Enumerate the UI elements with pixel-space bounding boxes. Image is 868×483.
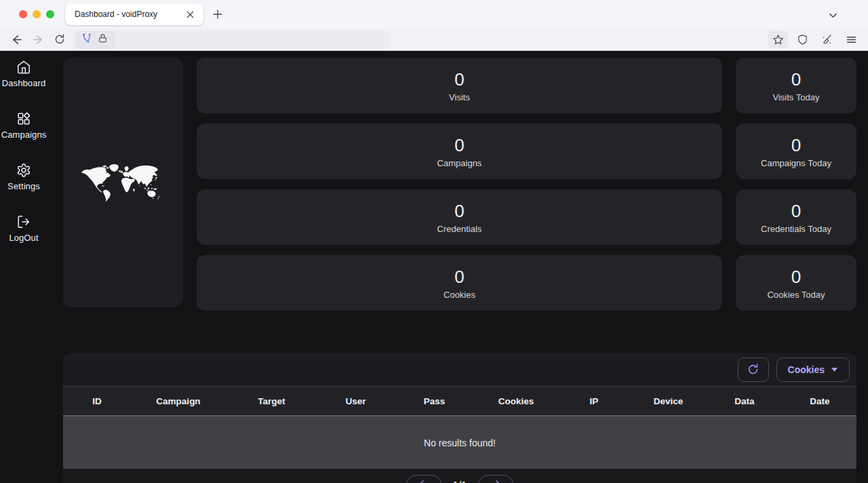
sidebar-item-settings[interactable]: Settings — [7, 163, 40, 191]
column-header-campaign: Campaign — [131, 396, 226, 406]
stat-label: Cookies — [443, 290, 475, 300]
stat-value: 0 — [454, 135, 464, 156]
stats-column-right: 0 Visits Today 0 Campaigns Today 0 Crede… — [736, 58, 856, 341]
world-map — [81, 73, 165, 292]
results-panel: Cookies ID Campaign Target User Pass Coo… — [63, 353, 856, 483]
dropdown-selected-value: Cookies — [788, 364, 825, 375]
column-header-target: Target — [226, 396, 317, 406]
browser-window: Dashboard - voidProxy — [0, 0, 868, 483]
column-header-pass: Pass — [394, 396, 475, 406]
stat-value: 0 — [454, 69, 464, 90]
column-header-data: Data — [706, 396, 783, 406]
tab-close-icon[interactable] — [183, 7, 197, 21]
empty-state-message: No results found! — [63, 417, 856, 469]
refresh-button[interactable] — [738, 358, 769, 382]
stat-label: Credentials — [437, 224, 482, 234]
column-header-device: Device — [631, 396, 706, 406]
browser-toolbar — [0, 28, 868, 51]
stat-card-cookies: 0 Cookies — [197, 255, 722, 311]
stat-label: Visits Today — [773, 92, 820, 102]
stat-label: Cookies Today — [767, 290, 825, 300]
sidebar-item-label: LogOut — [9, 233, 38, 243]
arrow-left-icon — [418, 480, 430, 483]
address-input[interactable] — [115, 31, 391, 49]
menu-hamburger-icon[interactable] — [841, 31, 861, 48]
world-map-panel — [63, 58, 183, 307]
traffic-lights — [19, 10, 54, 18]
stat-value: 0 — [791, 69, 801, 90]
arrow-right-icon — [490, 480, 502, 483]
stat-card-credentials-today: 0 Credentials Today — [736, 189, 856, 245]
gear-icon — [16, 163, 31, 178]
stat-value: 0 — [454, 267, 464, 288]
minimize-window-button[interactable] — [33, 10, 41, 18]
extension-icon[interactable] — [81, 33, 92, 46]
next-page-button[interactable] — [478, 475, 513, 483]
site-identity — [75, 31, 115, 49]
stat-card-visits-today: 0 Visits Today — [736, 58, 856, 113]
close-window-button[interactable] — [19, 10, 27, 18]
stat-value: 0 — [791, 135, 801, 156]
stat-card-visits: 0 Visits — [197, 58, 722, 113]
column-header-cookies: Cookies — [475, 396, 557, 406]
address-bar[interactable] — [75, 31, 391, 49]
stat-value: 0 — [791, 267, 801, 288]
stat-value: 0 — [454, 201, 464, 222]
forward-icon[interactable] — [28, 31, 47, 47]
column-header-user: User — [317, 396, 394, 406]
column-header-id: ID — [63, 396, 131, 406]
clear-data-broom-icon[interactable] — [816, 31, 837, 48]
table-header-row: ID Campaign Target User Pass Cookies IP … — [63, 387, 856, 415]
sidebar-item-label: Campaigns — [1, 130, 47, 140]
stat-label: Visits — [449, 92, 470, 102]
sidebar-item-logout[interactable]: LogOut — [9, 214, 38, 243]
grid-diamond-icon — [16, 111, 31, 126]
dashboard-content: 0 Visits 0 Campaigns 0 Credentials 0 Coo… — [47, 51, 868, 483]
sidebar-item-label: Dashboard — [2, 78, 46, 88]
browser-titlebar: Dashboard - voidProxy — [0, 0, 868, 28]
dashboard-page: Dashboard Campaigns — [0, 51, 868, 483]
sidebar-item-campaigns[interactable]: Campaigns — [1, 111, 47, 140]
browser-tab[interactable]: Dashboard - voidProxy — [65, 3, 203, 25]
lock-icon[interactable] — [98, 33, 108, 46]
pagination: 1/1 — [63, 469, 856, 483]
column-header-ip: IP — [557, 396, 631, 406]
home-icon — [16, 60, 31, 75]
refresh-icon — [747, 364, 759, 375]
stat-label: Campaigns — [437, 158, 482, 168]
toolbar-right — [768, 31, 861, 48]
stat-value: 0 — [791, 201, 801, 222]
chevron-down-icon[interactable] — [825, 7, 841, 23]
back-icon[interactable] — [7, 31, 26, 47]
shield-icon[interactable] — [792, 31, 812, 48]
stat-card-campaigns-today: 0 Campaigns Today — [736, 123, 856, 179]
column-header-date: Date — [783, 396, 856, 406]
sidebar-item-label: Settings — [7, 181, 40, 191]
tab-title: Dashboard - voidProxy — [75, 9, 183, 19]
sidebar-item-dashboard[interactable]: Dashboard — [2, 60, 46, 88]
results-type-dropdown[interactable]: Cookies — [776, 358, 850, 382]
previous-page-button[interactable] — [406, 475, 441, 483]
caret-down-icon — [831, 367, 838, 372]
new-tab-button[interactable] — [209, 5, 226, 23]
sidebar: Dashboard Campaigns — [0, 51, 47, 483]
stat-card-credentials: 0 Credentials — [197, 189, 722, 245]
stat-card-cookies-today: 0 Cookies Today — [736, 255, 856, 311]
maximize-window-button[interactable] — [46, 10, 54, 18]
results-toolbar: Cookies — [63, 353, 856, 386]
stat-label: Credentials Today — [761, 224, 831, 234]
stat-card-campaigns: 0 Campaigns — [197, 123, 722, 179]
stats-column-left: 0 Visits 0 Campaigns 0 Credentials 0 Coo… — [197, 58, 722, 311]
reload-icon[interactable] — [50, 31, 69, 47]
stat-label: Campaigns Today — [761, 158, 831, 168]
logout-icon — [16, 214, 31, 229]
bookmark-star-icon[interactable] — [768, 31, 788, 48]
page-indicator: 1/1 — [453, 479, 467, 483]
